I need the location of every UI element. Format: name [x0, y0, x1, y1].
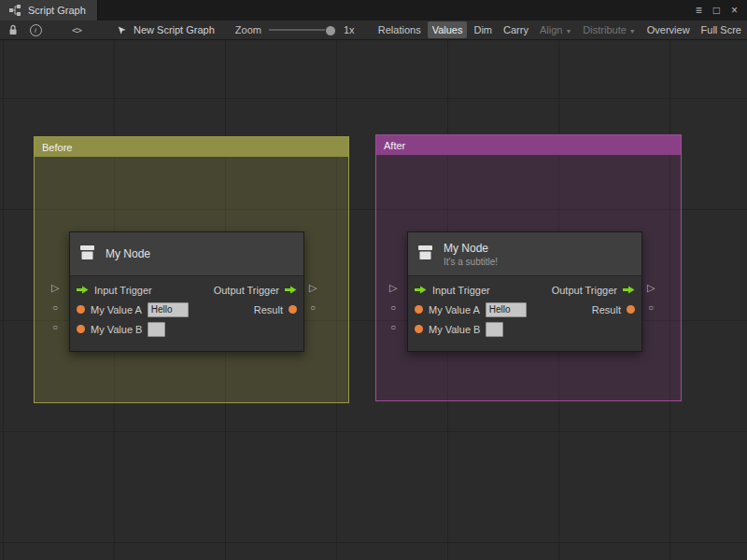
node-header[interactable]: My Node It's a subtitle! — [408, 232, 641, 276]
port-my-value-b[interactable]: My Value B — [415, 322, 503, 337]
value-port-icon[interactable] — [415, 325, 423, 333]
node-title: My Node — [106, 247, 150, 260]
window-menu-icon[interactable]: ≡ — [696, 5, 702, 16]
trigger-arrow-icon — [285, 286, 297, 294]
value-port-icon[interactable] — [77, 325, 85, 333]
ext-trigger-port-left[interactable]: ▷ — [389, 283, 397, 293]
trigger-arrow-icon — [77, 286, 89, 294]
overview-button[interactable]: Overview — [642, 21, 695, 38]
chevron-down-icon: ▼ — [629, 28, 636, 35]
graph-name: New Script Graph — [134, 24, 215, 35]
ext-value-port-left[interactable]: ○ — [390, 323, 396, 332]
node-header[interactable]: My Node — [70, 232, 303, 276]
group-title: After — [384, 140, 405, 151]
node-my-node-before[interactable]: My Node Input Trigger Output Trigger — [69, 231, 304, 352]
tab-script-graph[interactable]: Script Graph — [0, 0, 98, 21]
fullscreen-button[interactable]: Full Scre — [697, 21, 746, 38]
maximize-icon[interactable]: □ — [713, 5, 720, 16]
group-before-header[interactable]: Before — [35, 137, 348, 157]
values-button[interactable]: Values — [428, 21, 468, 38]
tab-title: Script Graph — [28, 5, 86, 16]
carry-button[interactable]: Carry — [499, 21, 533, 38]
graph-toolbar: i <> New Script Graph Zoom 1x Relations … — [0, 21, 747, 40]
node-title: My Node — [444, 242, 498, 255]
ext-trigger-port-right[interactable]: ▷ — [309, 283, 317, 293]
graph-canvas[interactable]: Before After My Node — [0, 40, 747, 560]
node-box-icon — [78, 245, 96, 264]
trigger-arrow-icon — [623, 286, 635, 294]
value-b-input[interactable] — [486, 322, 503, 337]
port-output-trigger[interactable]: Output Trigger — [214, 285, 297, 296]
dim-button[interactable]: Dim — [469, 21, 497, 38]
zoom-slider[interactable] — [269, 29, 336, 31]
value-port-icon[interactable] — [77, 305, 85, 314]
tab-bar: Script Graph ≡ □ × — [0, 0, 747, 21]
zoom-value: 1x — [344, 24, 355, 35]
port-result[interactable]: Result — [254, 304, 297, 315]
ext-value-port-right[interactable]: ○ — [310, 303, 316, 313]
port-my-value-b[interactable]: My Value B — [77, 322, 165, 337]
node-my-node-after[interactable]: My Node It's a subtitle! Input Trigger O… — [407, 231, 642, 352]
zoom-slider-knob[interactable] — [325, 25, 336, 36]
script-graph-icon — [7, 3, 22, 18]
ext-value-port-left[interactable]: ○ — [52, 323, 58, 332]
script-graph-window: Script Graph ≡ □ × i <> New — [0, 0, 747, 560]
chevron-down-icon: ▼ — [565, 28, 571, 35]
lock-icon[interactable] — [6, 22, 21, 37]
value-b-input[interactable] — [148, 322, 165, 337]
ext-value-port-right[interactable]: ○ — [648, 303, 654, 313]
close-icon[interactable]: × — [731, 5, 738, 16]
value-a-input[interactable] — [148, 302, 189, 317]
port-input-trigger[interactable]: Input Trigger — [415, 285, 490, 296]
port-input-trigger[interactable]: Input Trigger — [77, 285, 152, 296]
ext-trigger-port-left[interactable]: ▷ — [51, 283, 59, 293]
value-port-icon[interactable] — [289, 305, 297, 314]
graph-pointer-icon — [114, 22, 129, 37]
group-title: Before — [42, 142, 72, 153]
port-my-value-a[interactable]: My Value A — [77, 302, 189, 317]
value-port-icon[interactable] — [415, 305, 423, 314]
graph-breadcrumb[interactable]: New Script Graph — [114, 22, 215, 37]
ext-value-port-left[interactable]: ○ — [390, 303, 396, 313]
ext-trigger-port-right[interactable]: ▷ — [647, 283, 655, 293]
port-my-value-a[interactable]: My Value A — [415, 302, 527, 317]
node-box-icon — [416, 245, 434, 264]
value-a-input[interactable] — [486, 302, 527, 317]
info-icon[interactable]: i — [28, 22, 43, 37]
distribute-button[interactable]: Distribute ▼ — [578, 21, 640, 38]
ext-value-port-left[interactable]: ○ — [52, 303, 58, 313]
port-result[interactable]: Result — [592, 304, 635, 315]
value-port-icon[interactable] — [627, 305, 635, 314]
node-body: Input Trigger Output Trigger My Value A … — [408, 276, 641, 351]
window-controls: ≡ □ × — [696, 0, 747, 21]
code-view-icon[interactable]: <> — [69, 22, 84, 37]
group-after-header[interactable]: After — [376, 135, 681, 155]
relations-button[interactable]: Relations — [374, 21, 426, 38]
node-body: Input Trigger Output Trigger My Value A … — [70, 276, 303, 351]
zoom-label: Zoom — [235, 24, 261, 35]
align-button[interactable]: Align ▼ — [535, 21, 576, 38]
port-output-trigger[interactable]: Output Trigger — [552, 285, 635, 296]
node-subtitle: It's a subtitle! — [444, 257, 498, 267]
trigger-arrow-icon — [415, 286, 427, 294]
